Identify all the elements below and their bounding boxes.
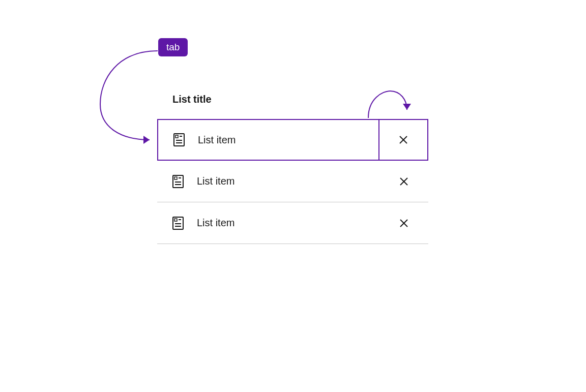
diagram-canvas: tab List title <box>0 0 586 392</box>
list-item-label: List item <box>197 175 235 187</box>
close-icon <box>399 177 408 186</box>
svg-rect-1 <box>175 135 178 138</box>
list-row-close[interactable] <box>379 202 428 244</box>
list-row[interactable]: List item <box>157 202 428 244</box>
arrow-tab-to-row <box>98 48 164 147</box>
list-container: List item <box>157 119 428 244</box>
close-icon <box>399 219 408 228</box>
document-icon <box>172 217 184 230</box>
list-row-main[interactable]: List item <box>158 120 378 160</box>
svg-rect-15 <box>174 219 177 221</box>
list-row-close[interactable] <box>378 120 427 160</box>
document-icon <box>173 133 185 146</box>
list-row[interactable]: List item <box>157 119 428 161</box>
list-item-label: List item <box>198 134 236 146</box>
document-icon <box>172 175 184 188</box>
list-row-main[interactable]: List item <box>157 202 379 244</box>
list-row-main[interactable]: List item <box>157 161 379 202</box>
tab-key-label: tab <box>166 42 180 52</box>
tab-key-badge: tab <box>158 38 188 56</box>
list-item-label: List item <box>197 217 235 229</box>
svg-rect-8 <box>174 177 177 179</box>
close-icon <box>399 135 408 144</box>
list-row[interactable]: List item <box>157 161 428 202</box>
list-row-close[interactable] <box>379 161 428 202</box>
list-title: List title <box>172 94 212 105</box>
